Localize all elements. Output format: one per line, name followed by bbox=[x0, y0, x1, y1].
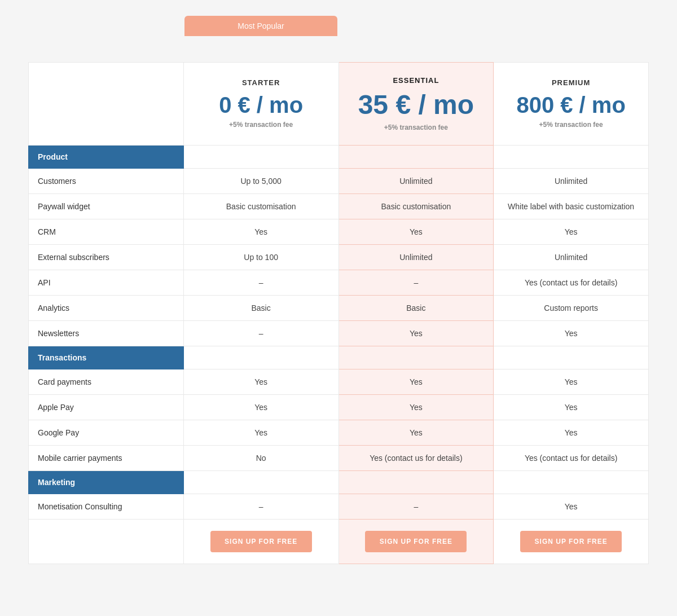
feature-value-product-2-starter: Yes bbox=[183, 219, 338, 244]
essential-fee: +5% transaction fee bbox=[348, 124, 485, 131]
header-row: STARTER 0 € / mo +5% transaction fee ESS… bbox=[29, 63, 649, 146]
pricing-body: ProductCustomersUp to 5,000UnlimitedUnli… bbox=[29, 145, 649, 564]
feature-row-transactions-3: Mobile carrier paymentsNoYes (contact us… bbox=[29, 445, 649, 470]
feature-value-transactions-3-essential: Yes (contact us for details) bbox=[338, 445, 494, 470]
feature-value-marketing-0-essential: – bbox=[338, 494, 494, 519]
section-label-product: Product bbox=[29, 145, 184, 168]
feature-value-transactions-0-essential: Yes bbox=[338, 369, 494, 394]
section-header-marketing-premium bbox=[494, 470, 649, 494]
feature-row-transactions-1: Apple PayYesYesYes bbox=[29, 394, 649, 420]
feature-value-product-5-starter: Basic bbox=[183, 295, 338, 320]
feature-value-transactions-1-starter: Yes bbox=[183, 394, 338, 420]
feature-label-transactions-3: Mobile carrier payments bbox=[29, 445, 184, 470]
feature-value-product-4-essential: – bbox=[338, 270, 494, 295]
feature-row-marketing-0: Monetisation Consulting––Yes bbox=[29, 494, 649, 519]
section-header-product-premium bbox=[494, 145, 649, 168]
feature-row-product-0: CustomersUp to 5,000UnlimitedUnlimited bbox=[29, 168, 649, 193]
feature-value-transactions-2-premium: Yes bbox=[494, 420, 649, 445]
feature-column-header bbox=[29, 63, 184, 146]
button-cell-essential: SIGN UP FOR FREE bbox=[338, 519, 494, 564]
feature-value-product-6-premium: Yes bbox=[494, 320, 649, 346]
section-label-transactions: Transactions bbox=[29, 346, 184, 369]
feature-value-marketing-0-starter: – bbox=[183, 494, 338, 519]
feature-row-transactions-2: Google PayYesYesYes bbox=[29, 420, 649, 445]
feature-value-product-4-premium: Yes (contact us for details) bbox=[494, 270, 649, 295]
feature-label-product-0: Customers bbox=[29, 168, 184, 193]
starter-plan-price: 0 € / mo bbox=[193, 93, 329, 117]
feature-value-transactions-3-starter: No bbox=[183, 445, 338, 470]
feature-value-product-6-starter: – bbox=[183, 320, 338, 346]
feature-value-transactions-2-essential: Yes bbox=[338, 420, 494, 445]
feature-value-product-3-starter: Up to 100 bbox=[183, 244, 338, 270]
feature-value-transactions-1-essential: Yes bbox=[338, 394, 494, 420]
feature-value-product-1-starter: Basic customisation bbox=[183, 193, 338, 219]
feature-row-product-2: CRMYesYesYes bbox=[29, 219, 649, 244]
feature-value-product-0-essential: Unlimited bbox=[338, 168, 494, 193]
feature-value-product-5-premium: Custom reports bbox=[494, 295, 649, 320]
feature-row-transactions-0: Card paymentsYesYesYes bbox=[29, 369, 649, 394]
feature-value-product-3-premium: Unlimited bbox=[494, 244, 649, 270]
feature-row-product-5: AnalyticsBasicBasicCustom reports bbox=[29, 295, 649, 320]
premium-fee: +5% transaction fee bbox=[503, 121, 639, 129]
premium-plan-price: 800 € / mo bbox=[503, 93, 639, 117]
signup-button-starter[interactable]: SIGN UP FOR FREE bbox=[210, 531, 312, 552]
section-header-marketing-essential bbox=[338, 470, 494, 494]
feature-value-transactions-3-premium: Yes (contact us for details) bbox=[494, 445, 649, 470]
feature-label-marketing-0: Monetisation Consulting bbox=[29, 494, 184, 519]
signup-button-premium[interactable]: SIGN UP FOR FREE bbox=[520, 531, 622, 552]
starter-fee: +5% transaction fee bbox=[193, 121, 329, 129]
section-header-product-essential bbox=[338, 145, 494, 168]
starter-plan-name: STARTER bbox=[193, 78, 329, 87]
button-cell-starter: SIGN UP FOR FREE bbox=[183, 519, 338, 564]
pricing-wrapper: Most Popular STARTER 0 € / mo +5% transa… bbox=[28, 39, 649, 564]
feature-label-transactions-0: Card payments bbox=[29, 369, 184, 394]
pricing-table: STARTER 0 € / mo +5% transaction fee ESS… bbox=[28, 62, 649, 564]
feature-value-transactions-0-premium: Yes bbox=[494, 369, 649, 394]
feature-value-product-5-essential: Basic bbox=[338, 295, 494, 320]
feature-value-product-0-starter: Up to 5,000 bbox=[183, 168, 338, 193]
signup-button-essential[interactable]: SIGN UP FOR FREE bbox=[365, 531, 467, 552]
feature-value-marketing-0-premium: Yes bbox=[494, 494, 649, 519]
feature-row-product-1: Paywall widgetBasic customisationBasic c… bbox=[29, 193, 649, 219]
most-popular-badge: Most Popular bbox=[184, 16, 337, 36]
feature-row-product-3: External subscribersUp to 100UnlimitedUn… bbox=[29, 244, 649, 270]
feature-label-product-2: CRM bbox=[29, 219, 184, 244]
section-header-product: Product bbox=[29, 145, 649, 168]
feature-value-product-1-essential: Basic customisation bbox=[338, 193, 494, 219]
premium-column-header: PREMIUM 800 € / mo +5% transaction fee bbox=[494, 63, 649, 146]
feature-label-product-4: API bbox=[29, 270, 184, 295]
section-header-transactions-starter bbox=[183, 346, 338, 369]
essential-plan-price: 35 € / mo bbox=[348, 90, 485, 120]
starter-column-header: STARTER 0 € / mo +5% transaction fee bbox=[183, 63, 338, 146]
feature-value-product-3-essential: Unlimited bbox=[338, 244, 494, 270]
feature-value-transactions-0-starter: Yes bbox=[183, 369, 338, 394]
section-header-marketing-starter bbox=[183, 470, 338, 494]
feature-value-product-6-essential: Yes bbox=[338, 320, 494, 346]
essential-column-header: ESSENTIAL 35 € / mo +5% transaction fee bbox=[338, 63, 494, 146]
button-empty-cell bbox=[29, 519, 184, 564]
premium-plan-name: PREMIUM bbox=[503, 78, 639, 87]
pricing-container: STARTER 0 € / mo +5% transaction fee ESS… bbox=[28, 62, 649, 564]
feature-label-product-6: Newsletters bbox=[29, 320, 184, 346]
feature-label-product-3: External subscribers bbox=[29, 244, 184, 270]
feature-value-transactions-1-premium: Yes bbox=[494, 394, 649, 420]
feature-row-product-6: Newsletters–YesYes bbox=[29, 320, 649, 346]
feature-row-product-4: API––Yes (contact us for details) bbox=[29, 270, 649, 295]
section-label-marketing: Marketing bbox=[29, 470, 184, 494]
feature-value-product-0-premium: Unlimited bbox=[494, 168, 649, 193]
feature-value-product-4-starter: – bbox=[183, 270, 338, 295]
button-row: SIGN UP FOR FREESIGN UP FOR FREESIGN UP … bbox=[29, 519, 649, 564]
feature-label-product-1: Paywall widget bbox=[29, 193, 184, 219]
feature-value-transactions-2-starter: Yes bbox=[183, 420, 338, 445]
essential-plan-name: ESSENTIAL bbox=[348, 76, 485, 85]
feature-label-transactions-1: Apple Pay bbox=[29, 394, 184, 420]
section-header-transactions: Transactions bbox=[29, 346, 649, 369]
feature-value-product-2-essential: Yes bbox=[338, 219, 494, 244]
section-header-product-starter bbox=[183, 145, 338, 168]
feature-label-product-5: Analytics bbox=[29, 295, 184, 320]
feature-label-transactions-2: Google Pay bbox=[29, 420, 184, 445]
button-cell-premium: SIGN UP FOR FREE bbox=[494, 519, 649, 564]
feature-value-product-1-premium: White label with basic customization bbox=[494, 193, 649, 219]
section-header-marketing: Marketing bbox=[29, 470, 649, 494]
section-header-transactions-premium bbox=[494, 346, 649, 369]
